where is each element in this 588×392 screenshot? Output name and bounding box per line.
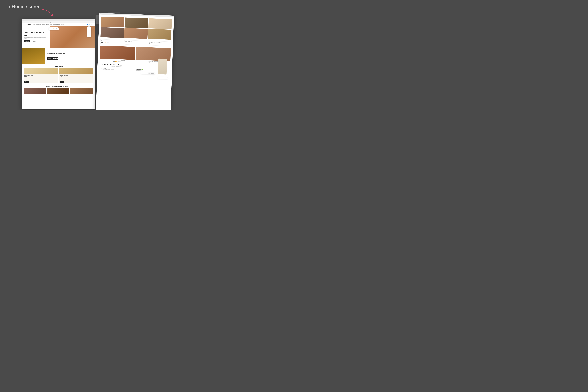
more-review-stars-1: ★★★★★ [115,61,118,62]
right-mockup: "The Rejuvenate + Ryan is a life saver! … [96,13,174,110]
testimonial-text-2: It is really nice product must try it. [158,77,168,79]
hero-description: we make this skincare for you with love,… [24,37,48,39]
product-image-2 [59,68,93,74]
review-photo-4 [101,27,124,38]
svg-marker-0 [51,14,53,16]
see-product-button[interactable]: See our product [24,40,31,42]
nav-stockists[interactable]: Stockists [46,24,49,25]
more-review-photo-1 [100,46,135,60]
formula-content: Simple Formulas +Safe active. Scientific… [45,48,95,64]
product-price-2: $7,500 [60,76,92,77]
natural-icon: 🌿 [106,68,108,69]
feature-natural: 10% natural 🌿 Lorem ipsum dolor sit amet… [101,68,134,71]
testimonial-bubble-2: It is really nice product must try it. [158,77,168,79]
more-review-stars-2: ★★★★★ [151,62,154,63]
learn-more-button[interactable]: Learn more [31,40,37,42]
review-stars-2: ★★★ [127,42,129,44]
nav-icons: 👤 🔍 🛒 [87,24,93,25]
product-shop-btn-1[interactable]: Shop now [25,81,29,82]
formula-image [22,48,45,64]
bullet-icon [9,6,10,8]
customer-photo-3 [70,88,93,94]
review-photo-6 [148,29,172,40]
browser-dot-3 [26,20,27,20]
testimonial-bubble-1: The texture is nice although it doesn't … [141,72,155,74]
formula-learn-button[interactable]: Learn more [53,58,58,60]
hero-title: The health of your Skin face [24,32,48,36]
review-photo-5 [124,28,148,39]
review-card-2: "My skin so much healthier, less irritat… [124,40,147,45]
review-rating-1: 5.0 ★★★★★ 15 Reviews [101,42,122,43]
review-card-3: "The Rejuvenate + Ryan is a life saver! … [148,41,171,46]
nav-rewards[interactable]: Rewards [42,24,45,25]
review-text-3: "The Rejuvenate + Ryan is a life saver! … [149,42,170,44]
more-review-count-2: 11 Reviews [154,62,157,63]
product-stars-2: ★★★★ [60,79,62,80]
left-mockup: Free Shipping on Orders Over $45 | After… [22,19,95,109]
customer-photo-2 [47,88,70,94]
product-info-2: Rejuvenate+ Repair Cream $7,500 ★★★★ 1 r… [59,74,93,83]
nav-support[interactable]: Support [50,24,52,25]
nav: CORESKIN Shop Book a consultant Rewards … [22,23,95,26]
formula-buttons: Shop now Learn more [47,58,93,60]
right-content: "The Rejuvenate + Ryan is a life saver! … [97,14,174,86]
nav-shop[interactable]: Shop [33,24,35,25]
cart-icon[interactable]: 🛒 [91,24,93,25]
hero-content: The health of your Skin face we make thi… [22,26,50,48]
nav-logo: CORESKIN [24,24,31,25]
customer-photo-1 [24,88,46,94]
page-title: Home screen [12,4,41,9]
review-stars-1: ★★★★★ [103,42,106,43]
formula-section: Simple Formulas +Safe active. Scientific… [22,48,95,64]
testimonials-area: The texture is nice although it doesn't … [101,71,168,82]
review-photo-3 [148,18,172,29]
review-count-3: 15 Reviews [154,44,156,44]
nav-links: Shop Book a consultant Rewards Stockists… [33,24,86,25]
review-rating-2: 3.0 ★★★ 15 Reviews [125,42,146,44]
review-text-2: "My skin so much healthier, less irritat… [125,41,146,43]
bestseller-title: Our Best Seller [24,66,93,67]
nav-private-label[interactable]: Private Label Service [53,24,60,25]
search-icon[interactable]: 🔍 [89,24,91,25]
customer-photos [24,88,93,94]
product-image-1 [24,68,58,74]
review-score-3: 4.0 [149,43,151,44]
benefit-section: Benefit of using our products By using o… [99,64,170,84]
review-card-1: "The Rejuvenate + Ryan is a life saver! … [100,39,123,44]
review-text-1: "The Rejuvenate + Ryan is a life saver! … [101,40,122,42]
testimonial-text-1: The texture is nice although it doesn't … [141,72,155,74]
product-review-1: 1 review [27,79,29,80]
more-review-score-1: 5.0 [113,61,115,62]
nav-book-consultant[interactable]: Book a consultant [36,24,41,25]
hero-buttons: See our product Learn more [24,40,48,42]
more-review-score-2: 5.0 [149,62,151,63]
page-title-area: Home screen [9,4,41,9]
bestseller-section: Our Best Seller Rejuvenate+ Repair Cream… [22,64,95,85]
rating-score: 5.0 [50,28,51,29]
nav-contact[interactable]: Contact us [61,24,64,25]
hero-section: 5.0 ★★★★★ 15 Review The health of your S… [22,26,95,48]
shop-now-button[interactable]: Shop now [47,58,52,60]
review-photo-2 [125,17,148,28]
product-name-1: Rejuvenate+ Repair Cream [25,75,57,76]
customer-title: What our customer say about our product!… [24,86,93,87]
review-stars-3: ★★★★ [151,44,153,44]
no-side-effect-icon: 🟢 [141,69,143,70]
products-grid: Rejuvenate+ Repair Cream $7,500 ★★★★ 1 r… [24,68,93,83]
account-icon[interactable]: 👤 [87,24,89,25]
review-count-1: 15 Reviews [107,42,109,43]
review-score-2: 3.0 [125,42,127,44]
review-cards: "The Rejuvenate + Ryan is a life saver! … [100,39,171,46]
product-name-2: Rejuvenate+ Repair Cream [60,75,92,76]
browser-dot-1 [23,20,24,20]
benefit-product-image [158,58,167,74]
product-card-2: Rejuvenate+ Repair Cream $7,500 ★★★★ 1 r… [59,68,93,83]
product-info-1: Rejuvenate+ Repair Cream $7,500 ★★★★ 1 r… [24,74,58,83]
review-count-2: 15 Reviews [129,43,132,44]
review-rating-3: 4.0 ★★★★ 15 Reviews [149,43,170,45]
product-review-2: 1 review [63,79,64,80]
arrow-decoration [37,8,55,16]
product-shop-btn-2[interactable]: Shop now [60,81,64,82]
product-stars-1: ★★★★ [25,79,27,80]
product-price-1: $7,500 [25,76,57,77]
